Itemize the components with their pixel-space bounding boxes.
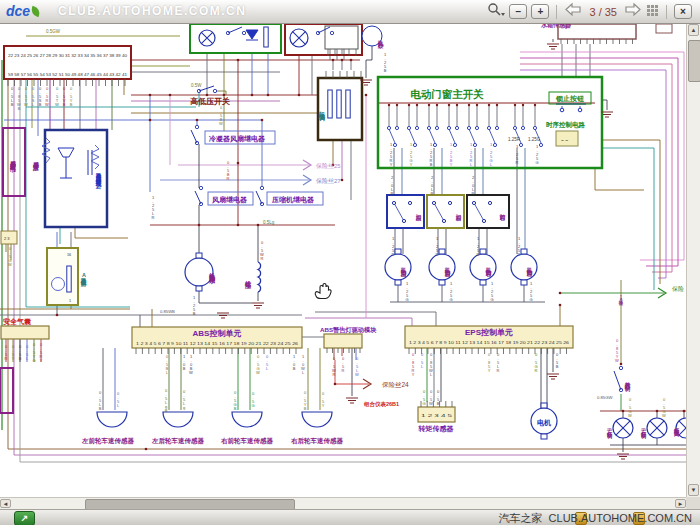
svg-text:0.5Y: 0.5Y: [321, 391, 326, 407]
svg-text:1 2 3 4 5: 1 2 3 4 5: [421, 414, 452, 418]
svg-text:0.5BR: 0.5BR: [226, 160, 231, 180]
svg-text:1.25RL: 1.25RL: [469, 142, 474, 166]
vertical-scroll-thumb[interactable]: [688, 40, 700, 82]
site-url: CLUB.AUTOHOME.COM.CN: [549, 512, 692, 524]
svg-text:左后门: 左后门: [415, 214, 422, 222]
svg-text:0.5SB: 0.5SB: [38, 86, 43, 106]
svg-text:0.5YB: 0.5YB: [303, 390, 308, 410]
open-external-button[interactable]: ↗: [14, 511, 35, 525]
svg-text:右前门: 右前门: [499, 214, 506, 223]
scroll-down-button[interactable]: ▼: [688, 484, 699, 496]
scroll-right-button[interactable]: ►: [675, 499, 686, 508]
svg-text:0.5LR: 0.5LR: [496, 352, 501, 372]
svg-text:1.25G: 1.25G: [405, 281, 410, 301]
svg-text:0.5BW: 0.5BW: [218, 105, 223, 125]
vertical-scrollbar[interactable]: ▲ ▼: [686, 23, 700, 497]
label-airbag: 安全气囊: [3, 317, 31, 326]
horizontal-scrollbar[interactable]: ◄ ►: [0, 497, 686, 509]
svg-text:0.5G: 0.5G: [422, 389, 427, 405]
svg-text:0.5TW: 0.5TW: [54, 86, 59, 106]
svg-text:1.25G: 1.25G: [528, 137, 541, 142]
svg-text:0.5LgB: 0.5LgB: [164, 388, 169, 412]
svg-text:0.5GR: 0.5GR: [534, 352, 539, 372]
svg-text:1.0BW: 1.0BW: [188, 354, 193, 374]
zoom-tool-icon[interactable]: [487, 2, 505, 21]
svg-text:0.5Lg: 0.5Lg: [182, 389, 187, 410]
svg-text:0.5B: 0.5B: [555, 352, 560, 368]
zoom-out-button[interactable]: −: [509, 4, 527, 19]
door-switch-right-front: [467, 195, 509, 228]
site-name: 汽车之家: [498, 512, 542, 524]
label-brake-lamp-left: 制动灯（左）: [606, 427, 613, 440]
scroll-left-button[interactable]: ◄: [0, 499, 11, 508]
svg-text:1.0WL: 1.0WL: [300, 354, 305, 374]
svg-text:1.25RY: 1.25RY: [389, 142, 394, 166]
svg-text:2.0LR: 2.0LR: [471, 175, 476, 195]
svg-text:0.5GW: 0.5GW: [627, 397, 632, 417]
autohome-logo: dce: [6, 3, 40, 19]
svg-text:0.85RY: 0.85RY: [411, 352, 416, 376]
svg-text:1.25R: 1.25R: [391, 236, 396, 256]
label-abs-warning-module: ABS警告灯驱动模块: [320, 326, 377, 334]
page-current: 3: [589, 6, 595, 18]
close-button[interactable]: ×: [674, 4, 692, 19]
label-compressor-relay: 压缩机继电器: [271, 195, 314, 204]
svg-text:1 2 3 4 5 6 7 8 9 10 11 12 13: 1 2 3 4 5 6 7 8 9 10 11 12 13 14 15 16 1…: [409, 341, 569, 345]
door-switch-right-rear: [427, 195, 464, 228]
label-fuse-27: 保险丝27: [316, 177, 341, 184]
site-watermark: 汽车之家 CLUB.AUTOHOME.COM.CN: [498, 511, 692, 525]
thumbnail-grid-button[interactable]: [646, 3, 659, 21]
svg-text:1.25BY: 1.25BY: [449, 142, 454, 166]
hand-cursor: [315, 284, 331, 299]
svg-text:0.5L: 0.5L: [265, 354, 270, 370]
label-eps-control-unit: EPS控制单元: [465, 328, 513, 337]
svg-text:0.5LW: 0.5LW: [354, 356, 359, 376]
label-brake-lamp-right: 制动灯（右）: [640, 427, 647, 440]
zoom-in-button[interactable]: +: [531, 4, 549, 19]
scrollbar-corner: [686, 497, 700, 509]
svg-text:0.5YG: 0.5YG: [32, 342, 37, 362]
svg-text:1.25LR: 1.25LR: [151, 195, 156, 219]
label-fuse-25: 保险丝25: [316, 162, 341, 169]
svg-text:0.5L: 0.5L: [116, 391, 121, 407]
svg-text:1.25R: 1.25R: [515, 144, 520, 164]
svg-text:0.5VB: 0.5VB: [62, 86, 67, 106]
svg-text:右后门: 右后门: [455, 214, 462, 223]
prev-page-button[interactable]: [564, 2, 583, 21]
label-lock-button: 锁止按钮: [555, 94, 584, 103]
oxygen-sensor-box: [47, 248, 78, 305]
label-abs-control-unit: ABS控制单元: [193, 329, 242, 338]
status-bar: ↗ 汽车之家 CLUB.AUTOHOME.COM.CN: [0, 509, 700, 525]
svg-text:0.5YB: 0.5YB: [69, 86, 74, 106]
svg-text:0.5GW: 0.5GW: [255, 354, 260, 374]
diagram-canvas[interactable]: 0.5GW22 23 24 25 26 27 28 29 30 31 32 33…: [0, 23, 686, 497]
svg-text:1.25G: 1.25G: [490, 281, 495, 301]
svg-text:0.5BL: 0.5BL: [165, 354, 170, 374]
label-fuse-24: 保险丝24: [382, 381, 409, 388]
svg-text:2.0LR: 2.0LR: [430, 175, 435, 195]
label-eps-motor: 电机: [537, 419, 551, 427]
svg-text:0.5B: 0.5B: [18, 344, 23, 360]
svg-text:0.5L: 0.5L: [420, 352, 425, 368]
page-indicator: 3 / 35: [589, 6, 617, 18]
next-page-button[interactable]: [623, 2, 642, 21]
svg-text:~ ~: ~ ~: [561, 137, 568, 143]
scroll-up-button[interactable]: ▲: [688, 24, 699, 36]
pdf-viewer-window: { "toolbar":{ "logo_text":"dce", "waterm…: [0, 0, 700, 525]
svg-text:0.5WR: 0.5WR: [331, 356, 336, 376]
svg-text:1.0B: 1.0B: [292, 354, 297, 370]
label-map-sensor: 进气歧管绝对压力传感器: [95, 172, 102, 189]
map-sensor-box: [45, 130, 107, 227]
wiring-diagram: 0.5GW22 23 24 25 26 27 28 29 30 31 32 33…: [0, 23, 686, 497]
svg-text:0.5G: 0.5G: [251, 391, 256, 407]
svg-text:0.5GW: 0.5GW: [661, 397, 666, 417]
door-switch-left-rear: [387, 195, 424, 228]
svg-text:1.25G: 1.25G: [535, 144, 540, 164]
svg-text:1.25RB: 1.25RB: [429, 142, 434, 166]
svg-text:1.25R: 1.25R: [476, 236, 481, 256]
svg-text:0.5W: 0.5W: [191, 83, 202, 88]
svg-text:0.5W: 0.5W: [428, 389, 433, 405]
svg-text:1.25R: 1.25R: [508, 137, 521, 142]
svg-text:1.25R: 1.25R: [435, 236, 440, 256]
label-fuse-right: 保险: [672, 285, 684, 292]
